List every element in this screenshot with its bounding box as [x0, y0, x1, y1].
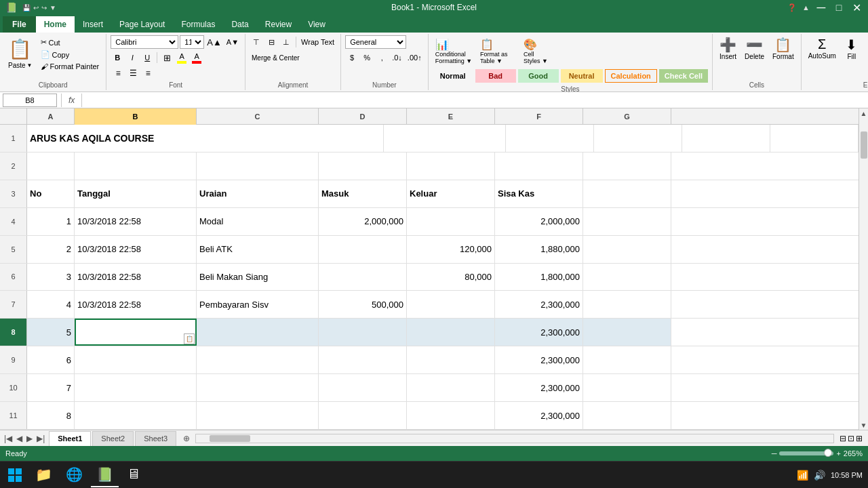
quick-access-redo[interactable]: ↪: [41, 4, 47, 12]
col-header-b[interactable]: B: [75, 108, 197, 125]
cell-a11[interactable]: 8: [27, 402, 75, 429]
minimize-button[interactable]: ─: [815, 1, 827, 14]
cell-g2[interactable]: [583, 152, 671, 180]
cell-c9[interactable]: [197, 346, 319, 373]
cell-c7[interactable]: Pembayaran Sisv: [197, 291, 319, 318]
cell-e8[interactable]: [407, 319, 495, 346]
cell-d11[interactable]: [319, 402, 407, 429]
cell-b7[interactable]: 10/3/2018 22:58: [75, 291, 197, 318]
cell-d9[interactable]: [319, 346, 407, 373]
page-break-view-button[interactable]: ⊞: [856, 434, 863, 443]
cell-b10[interactable]: [75, 374, 197, 401]
cell-a8[interactable]: 5: [27, 319, 75, 346]
row-num-9[interactable]: 9: [0, 346, 27, 373]
cell-a7[interactable]: 4: [27, 291, 75, 318]
col-header-d[interactable]: D: [319, 108, 407, 125]
cell-a4[interactable]: 1: [27, 208, 75, 235]
col-header-c[interactable]: C: [197, 108, 319, 125]
cell-a3[interactable]: No: [27, 180, 75, 207]
cell-g11[interactable]: [583, 402, 671, 429]
cell-b5[interactable]: 10/3/2018 22:58: [75, 236, 197, 263]
vertical-scrollbar[interactable]: ▲ ▼: [859, 108, 868, 430]
sheet-tab-new[interactable]: ⊕: [180, 434, 193, 443]
number-format-select[interactable]: General: [345, 35, 406, 49]
cell-f4[interactable]: 2,000,000: [495, 208, 583, 235]
cell-d1[interactable]: [506, 125, 594, 152]
zoom-out-button[interactable]: ─: [772, 449, 777, 458]
row-num-6[interactable]: 6: [0, 264, 27, 291]
font-increase-button[interactable]: A▲: [205, 35, 224, 49]
tab-page-layout[interactable]: Page Layout: [111, 16, 173, 33]
col-header-a[interactable]: A: [27, 108, 75, 125]
cell-c6[interactable]: Beli Makan Siang: [197, 264, 319, 291]
zoom-slider[interactable]: [779, 451, 833, 455]
insert-button[interactable]: ➕ Insert: [717, 35, 739, 62]
font-decrease-button[interactable]: A▼: [224, 35, 241, 49]
scroll-thumb[interactable]: [861, 131, 867, 159]
sheet-tab-sheet1[interactable]: Sheet1: [49, 431, 91, 446]
top-align-button[interactable]: ⊤: [250, 35, 263, 49]
network-icon[interactable]: 📶: [797, 470, 808, 481]
tab-home[interactable]: Home: [36, 16, 75, 33]
cell-e11[interactable]: [407, 402, 495, 429]
sheet-tab-sheet2[interactable]: Sheet2: [92, 431, 134, 446]
cell-d2[interactable]: [319, 152, 407, 180]
cell-a6[interactable]: 3: [27, 264, 75, 291]
delete-button[interactable]: ➖ Delete: [742, 35, 767, 62]
taskbar-monitor[interactable]: 🖥: [121, 463, 146, 487]
cell-g7[interactable]: [583, 291, 671, 318]
cell-d6[interactable]: [319, 264, 407, 291]
cell-c2[interactable]: [197, 152, 319, 180]
cell-g9[interactable]: [583, 346, 671, 373]
cell-b8[interactable]: 📋: [75, 319, 197, 346]
name-box[interactable]: [3, 94, 57, 107]
tab-insert[interactable]: Insert: [75, 16, 111, 33]
row-num-2[interactable]: 2: [0, 152, 27, 180]
close-button[interactable]: ✕: [850, 1, 863, 14]
cell-d7[interactable]: 500,000: [319, 291, 407, 318]
row-num-8[interactable]: 8: [0, 319, 27, 346]
cell-d10[interactable]: [319, 374, 407, 401]
cell-c10[interactable]: [197, 374, 319, 401]
sheet-nav-first[interactable]: |◀: [3, 434, 14, 443]
cell-e4[interactable]: [407, 208, 495, 235]
autosum-button[interactable]: Σ AutoSum: [806, 35, 839, 61]
tab-file[interactable]: File: [3, 16, 36, 33]
cell-d8[interactable]: [319, 319, 407, 346]
page-layout-view-button[interactable]: ⊡: [848, 434, 854, 443]
formula-input[interactable]: [86, 94, 865, 107]
cell-b2[interactable]: [75, 152, 197, 180]
cell-b6[interactable]: 10/3/2018 22:58: [75, 264, 197, 291]
normal-view-button[interactable]: ⊟: [840, 434, 846, 443]
cell-c5[interactable]: Beli ATK: [197, 236, 319, 263]
fill-color-button[interactable]: A: [175, 51, 189, 64]
cell-a5[interactable]: 2: [27, 236, 75, 263]
cell-e5[interactable]: 120,000: [407, 236, 495, 263]
cell-g10[interactable]: [583, 374, 671, 401]
clear-button[interactable]: 🧹 Clear: [865, 35, 868, 62]
quick-access-dropdown[interactable]: ▼: [50, 4, 56, 12]
start-button[interactable]: [3, 463, 27, 487]
increase-decimal-button[interactable]: .00↑: [406, 51, 424, 64]
sheet-nav-prev[interactable]: ◀: [15, 434, 24, 443]
format-painter-button[interactable]: 🖌 Format Painter: [38, 61, 102, 72]
font-color-button[interactable]: A: [190, 51, 203, 64]
cell-g5[interactable]: [583, 236, 671, 263]
cell-d4[interactable]: 2,000,000: [319, 208, 407, 235]
border-button[interactable]: ⊞: [160, 51, 174, 64]
cell-e2[interactable]: [407, 152, 495, 180]
cell-a10[interactable]: 7: [27, 374, 75, 401]
sheet-nav-next[interactable]: ▶: [25, 434, 34, 443]
row-num-7[interactable]: 7: [0, 291, 27, 318]
maximize-button[interactable]: □: [833, 1, 845, 14]
cell-c11[interactable]: [197, 402, 319, 429]
cell-e6[interactable]: 80,000: [407, 264, 495, 291]
cell-c3[interactable]: Uraian: [197, 180, 319, 207]
cell-f9[interactable]: 2,300,000: [495, 346, 583, 373]
cell-a2[interactable]: [27, 152, 75, 180]
col-header-e[interactable]: E: [407, 108, 495, 125]
row-num-3[interactable]: 3: [0, 180, 27, 207]
style-good[interactable]: Good: [518, 69, 559, 83]
style-calculation[interactable]: Calculation: [605, 69, 657, 83]
cell-f2[interactable]: [495, 152, 583, 180]
